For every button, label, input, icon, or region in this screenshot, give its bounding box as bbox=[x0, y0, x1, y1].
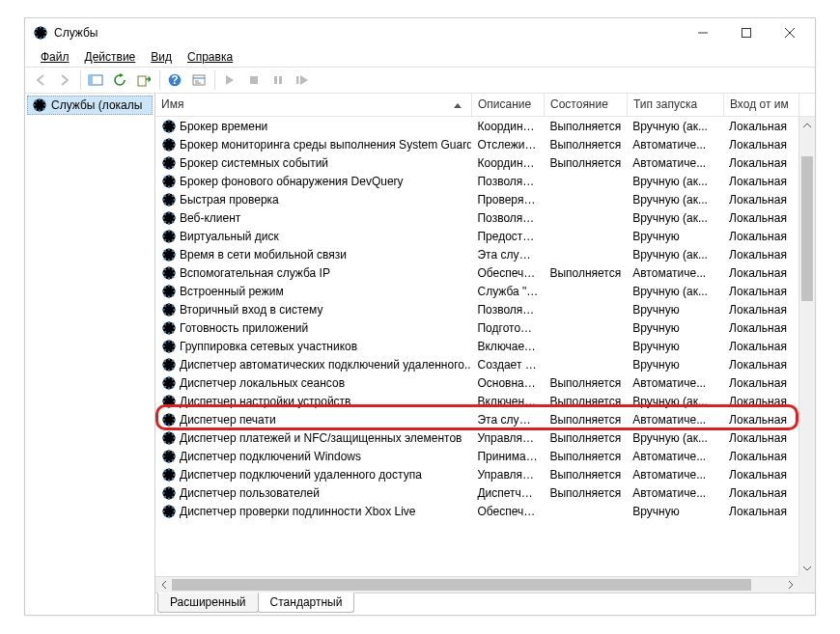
service-row[interactable]: Виртуальный дискПредостав...ВручнуюЛокал… bbox=[155, 227, 798, 245]
help-button[interactable]: ? bbox=[163, 69, 186, 92]
service-row[interactable]: Быстрая проверкаПроверяет...Вручную (ак.… bbox=[155, 190, 798, 208]
service-row[interactable]: Диспетчер локальных сеансовОсновная ...В… bbox=[155, 373, 798, 392]
gear-icon bbox=[161, 247, 177, 262]
service-state bbox=[544, 235, 627, 237]
service-row[interactable]: Готовность приложенийПодготовк...Вручную… bbox=[155, 318, 798, 337]
service-name: Виртуальный диск bbox=[180, 230, 279, 243]
column-description[interactable]: Описание bbox=[472, 94, 545, 116]
service-name: Диспетчер печати bbox=[180, 413, 276, 427]
service-row[interactable]: Встроенный режимСлужба "В...Вручную (ак.… bbox=[155, 282, 798, 300]
service-row[interactable]: Вторичный вход в системуПозволяет...Вруч… bbox=[155, 300, 798, 318]
scroll-up-button[interactable] bbox=[799, 117, 815, 133]
gear-icon bbox=[161, 430, 177, 446]
service-row[interactable]: Диспетчер печатиЭта служб...ВыполняетсяА… bbox=[155, 410, 798, 428]
service-state bbox=[544, 510, 627, 512]
service-row[interactable]: Брокер времениКоордини...ВыполняетсяВруч… bbox=[155, 117, 798, 135]
hscroll-thumb[interactable] bbox=[172, 579, 751, 591]
scroll-thumb[interactable] bbox=[801, 156, 813, 301]
service-logon: Локальная bbox=[723, 119, 798, 134]
menu-action[interactable]: Действие bbox=[77, 49, 144, 65]
column-startup[interactable]: Тип запуска bbox=[628, 94, 724, 116]
service-state bbox=[544, 217, 627, 219]
pause-service-button[interactable] bbox=[266, 69, 290, 92]
column-header: Имя Описание Состояние Тип запуска Вход … bbox=[155, 94, 815, 117]
column-state[interactable]: Состояние bbox=[545, 94, 628, 116]
service-startup: Вручную (ак... bbox=[627, 210, 723, 226]
service-logon: Локальная bbox=[723, 155, 798, 171]
service-row[interactable]: Брокер системных событийКоордини...Выпол… bbox=[155, 153, 798, 172]
gear-icon bbox=[161, 137, 177, 152]
service-row[interactable]: Диспетчер автоматических подключений уда… bbox=[155, 355, 798, 373]
column-logon[interactable]: Вход от им bbox=[724, 94, 799, 116]
gear-icon bbox=[161, 375, 177, 391]
service-desc: Обеспечи... bbox=[471, 265, 544, 281]
service-row[interactable]: Группировка сетевых участниковВключает .… bbox=[155, 337, 798, 355]
service-startup: Вручную bbox=[627, 339, 723, 354]
menu-file[interactable]: Файл bbox=[33, 49, 77, 65]
vertical-scrollbar[interactable] bbox=[798, 117, 815, 576]
service-row[interactable]: Диспетчер пользователейДиспетчер...Выпол… bbox=[155, 483, 798, 502]
column-name[interactable]: Имя bbox=[155, 94, 472, 116]
forward-button[interactable] bbox=[53, 69, 76, 92]
service-row[interactable]: Веб-клиентПозволяет...Вручную (ак...Лока… bbox=[155, 208, 798, 227]
gear-icon bbox=[161, 265, 177, 281]
service-state: Выполняется bbox=[544, 412, 627, 427]
scroll-down-button[interactable] bbox=[799, 560, 815, 576]
service-state: Выполняется bbox=[544, 137, 627, 152]
service-row[interactable]: Время в сети мобильной связиЭта служб...… bbox=[155, 245, 798, 263]
service-row[interactable]: Диспетчер платежей и NFC/защищенных элем… bbox=[155, 428, 798, 447]
service-row[interactable]: Вспомогательная служба IPОбеспечи...Выпо… bbox=[155, 263, 798, 282]
service-row[interactable]: Брокер фонового обнаружения DevQueryПозв… bbox=[155, 172, 798, 190]
scroll-left-button[interactable] bbox=[155, 577, 172, 593]
gear-icon bbox=[161, 174, 177, 189]
service-startup: Вручную (ак... bbox=[627, 192, 723, 207]
maximize-button[interactable] bbox=[724, 18, 768, 47]
service-desc: Проверяет... bbox=[471, 192, 544, 207]
service-logon: Локальная bbox=[723, 485, 798, 501]
tab-standard[interactable]: Стандартный bbox=[258, 593, 355, 613]
export-button[interactable] bbox=[132, 69, 155, 92]
service-startup: Вручную bbox=[627, 504, 723, 519]
service-row[interactable]: Диспетчер подключений удаленного доступа… bbox=[155, 465, 798, 483]
service-name: Брокер времени bbox=[180, 120, 267, 133]
service-startup: Вручную (ак... bbox=[627, 430, 723, 446]
service-row[interactable]: Диспетчер настройки устройствВключени...… bbox=[155, 392, 798, 410]
start-service-button[interactable] bbox=[218, 69, 241, 92]
properties-button[interactable] bbox=[187, 69, 210, 92]
menu-view[interactable]: Вид bbox=[143, 49, 180, 65]
window-title: Службы bbox=[54, 26, 681, 40]
service-row[interactable]: Диспетчер подключений WindowsПринимае...… bbox=[155, 447, 798, 465]
service-row[interactable]: Брокер мониторинга среды выполнения Syst… bbox=[155, 135, 798, 153]
service-name: Брокер фонового обнаружения DevQuery bbox=[180, 175, 404, 188]
service-desc: Позволяет... bbox=[471, 302, 544, 317]
service-name: Встроенный режим bbox=[180, 285, 284, 298]
horizontal-scrollbar[interactable] bbox=[155, 576, 798, 593]
service-desc: Принимае... bbox=[471, 449, 544, 464]
show-hide-tree-button[interactable] bbox=[84, 69, 107, 92]
gear-icon bbox=[161, 320, 177, 336]
back-button[interactable] bbox=[29, 69, 52, 92]
service-startup: Автоматиче... bbox=[627, 265, 723, 281]
svg-rect-25 bbox=[279, 76, 282, 84]
titlebar[interactable]: Службы bbox=[25, 18, 815, 47]
gear-icon bbox=[161, 302, 177, 317]
nav-item-services-local[interactable]: Службы (локалы bbox=[27, 96, 153, 115]
refresh-button[interactable] bbox=[108, 69, 131, 92]
service-row[interactable]: Диспетчер проверки подлинности Xbox Live… bbox=[155, 502, 798, 520]
close-button[interactable] bbox=[768, 18, 811, 47]
minimize-button[interactable] bbox=[681, 18, 724, 47]
stop-service-button[interactable] bbox=[242, 69, 266, 92]
menu-help[interactable]: Справка bbox=[180, 49, 240, 65]
service-state: Выполняется bbox=[544, 430, 627, 446]
service-desc: Эта служб... bbox=[471, 247, 544, 262]
service-logon: Локальная bbox=[723, 467, 798, 482]
service-state: Выполняется bbox=[544, 449, 627, 464]
service-logon: Локальная bbox=[723, 320, 798, 336]
service-desc: Служба "В... bbox=[471, 284, 544, 299]
tab-extended[interactable]: Расширенный bbox=[157, 593, 259, 613]
service-state: Выполняется bbox=[544, 119, 627, 134]
restart-service-button[interactable] bbox=[291, 69, 314, 92]
scroll-right-button[interactable] bbox=[782, 577, 798, 593]
service-startup: Автоматиче... bbox=[627, 412, 723, 427]
gear-icon bbox=[161, 210, 177, 226]
